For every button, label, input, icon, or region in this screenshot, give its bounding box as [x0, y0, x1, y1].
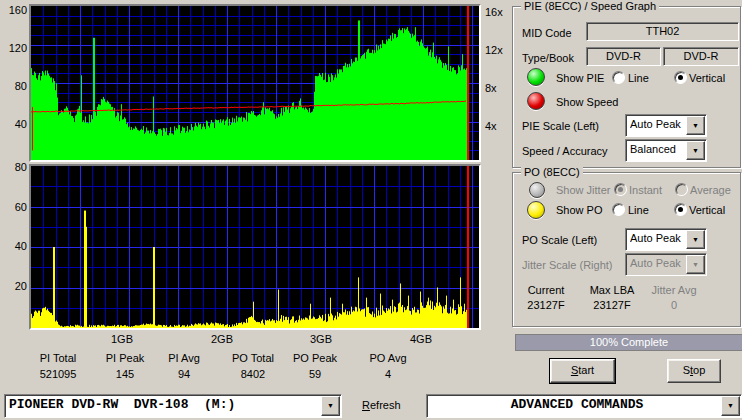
radio-jitter-average [675, 183, 688, 196]
stat-po-peak: PO Peak59 [275, 352, 355, 380]
drive-select-combo[interactable]: PIONEER DVD-RW DVR-108 (M:) ▼ [4, 394, 342, 418]
po-graph [29, 164, 481, 330]
show-speed-label: Show Speed [556, 96, 618, 108]
x-axis-tick: 2GB [207, 333, 237, 345]
speed-axis-tick: 8x [485, 82, 515, 94]
radio-po-vertical[interactable] [674, 203, 687, 216]
type-book-label: Type/Book [522, 52, 574, 64]
dropdown-arrow-icon: ▼ [692, 236, 699, 243]
book-field: DVD-R [663, 47, 739, 66]
dropdown-arrow-icon: ▼ [692, 122, 699, 129]
radio-jitter-instant-label: Instant [629, 184, 662, 196]
stat-po-avg: PO Avg4 [348, 352, 428, 380]
radio-pie-line[interactable] [612, 71, 625, 84]
jitter-avg-label: Jitter Avg [639, 284, 709, 296]
radio-pie-vertical-label: Vertical [689, 72, 725, 84]
speed-accuracy-label: Speed / Accuracy [522, 145, 608, 157]
radio-po-line-label: Line [628, 204, 649, 216]
show-po-led-button[interactable] [527, 201, 545, 219]
jitter-avg: Jitter Avg 0 [639, 284, 709, 311]
progress-bar: 100% Complete [515, 334, 742, 351]
mid-code-field: TTH02 [586, 22, 739, 41]
stat-label: PO Avg [348, 352, 428, 364]
type-field: DVD-R [586, 47, 661, 66]
current-label: Current [511, 284, 581, 296]
show-po-label: Show PO [556, 204, 602, 216]
pie-scale-label: PIE Scale (Left) [522, 120, 599, 132]
max-lba: Max LBA 23127F [577, 284, 647, 311]
dropdown-arrow-icon: ▼ [692, 147, 699, 154]
stop-button[interactable]: Stop [667, 359, 721, 383]
stat-label: PO Peak [275, 352, 355, 364]
speed-accuracy-combo-button[interactable]: ▼ [686, 141, 705, 160]
x-axis-tick: 3GB [306, 333, 336, 345]
radio-po-vertical-label: Vertical [689, 204, 725, 216]
show-pie-led-button[interactable] [527, 68, 545, 86]
max-lba-label: Max LBA [577, 284, 647, 296]
jitter-avg-value: 0 [639, 299, 709, 311]
show-speed-led-button[interactable] [527, 92, 545, 110]
pie-scale-combo-button[interactable]: ▼ [686, 116, 705, 135]
advanced-commands-value: ADVANCED COMMANDS [431, 397, 723, 412]
max-lba-value: 23127F [577, 299, 647, 311]
speed-accuracy-value: Balanced [630, 143, 688, 155]
po-scale-value: Auto Peak [630, 232, 688, 244]
speed-axis-tick: 12x [485, 44, 515, 56]
dropdown-arrow-icon: ▼ [327, 402, 334, 409]
po-group-title: PO (8ECC) [521, 166, 583, 178]
mid-code-label: MID Code [522, 27, 572, 39]
po-scale-combo-button[interactable]: ▼ [686, 230, 705, 249]
stat-pi-avg: PI Avg94 [144, 352, 224, 380]
drive-select-combo-button[interactable]: ▼ [321, 396, 340, 416]
po-axis-tick: 60 [1, 201, 27, 213]
speed-accuracy-combo[interactable]: Balanced ▼ [625, 139, 707, 162]
radio-jitter-average-label: Average [690, 184, 731, 196]
pie-axis-tick: 80 [1, 80, 27, 92]
po-graph-canvas [31, 166, 479, 328]
speed-axis-tick: 4x [485, 120, 515, 132]
radio-po-line[interactable] [612, 203, 625, 216]
pie-scale-value: Auto Peak [630, 118, 688, 130]
x-axis-tick: 4GB [406, 333, 436, 345]
pie-axis-tick: 120 [1, 42, 27, 54]
drive-select-value: PIONEER DVD-RW DVR-108 (M:) [9, 397, 323, 412]
jitter-scale-value: Auto Peak [630, 257, 688, 269]
dropdown-arrow-icon: ▼ [727, 402, 734, 409]
pie-speed-graph-canvas [31, 6, 479, 160]
current-lba: Current 23127F [511, 284, 581, 311]
radio-jitter-instant [614, 183, 627, 196]
jitter-scale-label: Jitter Scale (Right) [522, 259, 612, 271]
advanced-commands-combo-button[interactable]: ▼ [721, 396, 740, 416]
show-jitter-label: Show Jitter [556, 184, 610, 196]
pie-scale-combo[interactable]: Auto Peak ▼ [625, 114, 707, 137]
radio-pie-vertical[interactable] [674, 71, 687, 84]
radio-pie-line-label: Line [628, 72, 649, 84]
dropdown-arrow-icon: ▼ [692, 261, 699, 268]
pie-speed-graph [29, 4, 481, 162]
po-scale-label: PO Scale (Left) [522, 234, 597, 246]
stat-value: 94 [144, 368, 224, 380]
refresh-link[interactable]: Refresh [362, 399, 401, 411]
speed-axis-tick: 16x [485, 6, 515, 18]
disc-quality-scan-app: 160 120 80 40 16x 12x 8x 4x 80 60 40 20 … [0, 0, 742, 420]
jitter-scale-combo: Auto Peak ▼ [625, 253, 707, 276]
x-axis-tick: 1GB [107, 333, 137, 345]
show-pie-label: Show PIE [556, 72, 604, 84]
jitter-scale-combo-button: ▼ [686, 255, 705, 274]
show-jitter-led-button [529, 182, 545, 198]
pie-axis-tick: 40 [1, 118, 27, 130]
pie-axis-tick: 160 [1, 4, 27, 16]
po-axis-tick: 80 [1, 161, 27, 173]
po-axis-tick: 40 [1, 240, 27, 252]
advanced-commands-combo[interactable]: ADVANCED COMMANDS ▼ [426, 394, 742, 418]
stat-label: PI Avg [144, 352, 224, 364]
stat-value: 4 [348, 368, 428, 380]
current-value: 23127F [511, 299, 581, 311]
start-button[interactable]: Start [550, 359, 615, 383]
pie-speed-group-title: PIE (8ECC) / Speed Graph [521, 0, 659, 12]
stat-value: 59 [275, 368, 355, 380]
po-axis-tick: 20 [1, 280, 27, 292]
po-scale-combo[interactable]: Auto Peak ▼ [625, 228, 707, 251]
